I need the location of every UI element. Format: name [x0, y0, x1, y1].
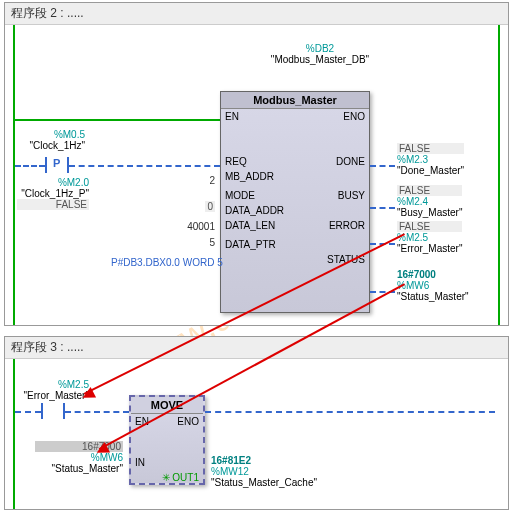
port-mbaddr: MB_ADDR: [225, 171, 274, 182]
done-val: FALSE: [397, 143, 464, 154]
req-addr: %M0.5: [25, 129, 85, 140]
req-mem-sym: "Clock_1Hz_P": [17, 188, 89, 199]
param-datalen: 5: [155, 237, 215, 248]
error-sym: "Error_Master": [397, 243, 462, 254]
wire-en: [15, 119, 220, 121]
network-2: 程序段 2 : ..... %DB2 "Modbus_Master_DB" Mo…: [4, 2, 509, 326]
done-addr: %M2.3: [397, 154, 464, 165]
done-sym: "Done_Master": [397, 165, 464, 176]
status-addr: %MW6: [397, 280, 469, 291]
network-3-title: 程序段 3 : .....: [5, 337, 508, 359]
wire-en3-1: [15, 411, 41, 413]
port-move-in: IN: [135, 457, 145, 468]
port-datalen: DATA_LEN: [225, 220, 275, 231]
busy-val: FALSE: [397, 185, 462, 196]
status-val: 16#7000: [397, 269, 469, 280]
port-done: DONE: [336, 156, 365, 167]
instance-db-sym: "Modbus_Master_DB": [260, 54, 380, 65]
contact-clock-1hz[interactable]: [45, 157, 69, 173]
busy-sym: "Busy_Master": [397, 207, 462, 218]
en3-sym: "Error_Master": [17, 390, 89, 401]
param-dataptr: P#DB3.DBX0.0 WORD 5: [111, 257, 215, 268]
param-error: FALSE %M2.5 "Error_Master": [397, 221, 462, 254]
fb-title: Modbus_Master: [221, 92, 369, 109]
port-en: EN: [225, 111, 239, 122]
network-2-title: 程序段 2 : .....: [5, 3, 508, 25]
network-2-body[interactable]: %DB2 "Modbus_Master_DB" Modbus_Master EN…: [5, 25, 508, 325]
out3-val: 16#81E2: [211, 455, 317, 466]
param-dataaddr: 40001: [155, 221, 215, 232]
port-move-out: ✳ OUT1: [162, 472, 199, 483]
error-val: FALSE: [397, 221, 462, 232]
status-sym: "Status_Master": [397, 291, 469, 302]
wire-busy: [370, 207, 395, 209]
instance-db-label: %DB2 "Modbus_Master_DB": [260, 43, 380, 65]
in3-sym: "Status_Master": [35, 463, 123, 474]
contact-error-master[interactable]: [41, 403, 65, 419]
param-req-mem: %M2.0 "Clock_1Hz_P" FALSE: [17, 177, 89, 210]
wire-en3-2: [65, 411, 129, 413]
param-mode: 0: [155, 201, 215, 212]
instance-db-addr: %DB2: [260, 43, 380, 54]
wire-eno3: [205, 411, 495, 413]
power-rail-left: [13, 25, 15, 325]
param-mbaddr: 2: [155, 175, 215, 186]
out3-addr: %MW12: [211, 466, 317, 477]
wire-done: [370, 165, 395, 167]
port-mode: MODE: [225, 190, 255, 201]
wire-req-1: [15, 165, 45, 167]
param-status: 16#7000 %MW6 "Status_Master": [397, 269, 469, 302]
param-busy: FALSE %M2.4 "Busy_Master": [397, 185, 462, 218]
en3-addr: %M2.5: [17, 379, 89, 390]
req-mem-addr: %M2.0: [17, 177, 89, 188]
param-out3: 16#81E2 %MW12 "Status_Master_Cache": [211, 455, 317, 488]
fb-move[interactable]: MOVE EN ENO IN ✳ OUT1: [129, 395, 205, 485]
port-eno: ENO: [343, 111, 365, 122]
power-rail-left-3: [13, 359, 15, 509]
port-busy: BUSY: [338, 190, 365, 201]
port-move-eno: ENO: [177, 416, 199, 427]
param-en3: %M2.5 "Error_Master": [17, 379, 89, 401]
param-done: FALSE %M2.3 "Done_Master": [397, 143, 464, 176]
port-req: REQ: [225, 156, 247, 167]
busy-addr: %M2.4: [397, 196, 462, 207]
port-dataptr: DATA_PTR: [225, 239, 276, 250]
req-sym: "Clock_1Hz": [25, 140, 85, 151]
power-rail-right: [498, 25, 500, 325]
wire-req-2: [69, 165, 220, 167]
port-dataaddr: DATA_ADDR: [225, 205, 284, 216]
req-mem-val: FALSE: [17, 199, 89, 210]
param-in3: 16#7000 %MW6 "Status_Master": [35, 441, 123, 474]
network-3-body[interactable]: %M2.5 "Error_Master" MOVE EN ENO IN ✳ OU…: [5, 359, 508, 509]
port-error: ERROR: [329, 220, 365, 231]
error-addr: %M2.5: [397, 232, 462, 243]
out3-sym: "Status_Master_Cache": [211, 477, 317, 488]
param-req: %M0.5 "Clock_1Hz": [25, 129, 85, 151]
fb-modbus-master[interactable]: Modbus_Master EN ENO REQ DONE MB_ADDR MO…: [220, 91, 370, 313]
in3-addr: %MW6: [35, 452, 123, 463]
